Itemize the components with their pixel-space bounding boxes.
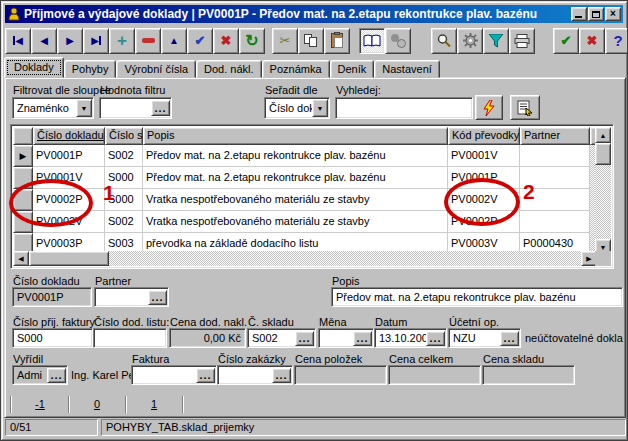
report-button[interactable] <box>510 95 540 120</box>
sign-pager: -1 0 1 <box>10 396 183 413</box>
vyridil-lookup-button[interactable]: ... <box>47 368 66 383</box>
chevron-down-icon: ▼ <box>317 105 324 112</box>
cislo-dokladu-field[interactable]: PV0001P <box>12 287 92 307</box>
cislo-zakazky-lookup-button[interactable]: ... <box>272 368 291 383</box>
filter-value-ellipsis-button[interactable]: ... <box>151 100 170 116</box>
partner-lookup-button[interactable]: ... <box>148 290 167 305</box>
minimize-button[interactable] <box>571 7 587 21</box>
post-record-button[interactable]: ✔ <box>187 28 213 54</box>
grid-vertical-scrollbar[interactable]: ▲ ▼ <box>595 127 611 255</box>
ucetni-op-field[interactable]: NZU ... <box>448 328 521 348</box>
vyridil-label: Vyřídil <box>13 353 43 365</box>
refresh-button[interactable]: ↻ <box>239 28 265 54</box>
tab-poznamka[interactable]: Poznámka <box>262 60 330 78</box>
datum-field[interactable]: 13.10.200 ... <box>374 328 447 348</box>
mena-lookup-button[interactable]: ... <box>353 331 372 346</box>
confirm-button[interactable]: ✔ <box>553 28 579 54</box>
column-header-popis[interactable]: Popis <box>143 127 448 145</box>
tab-doklady[interactable]: Doklady <box>4 57 64 78</box>
book-view-button[interactable] <box>359 28 385 54</box>
ellipsis-icon: ... <box>154 103 166 114</box>
related-records-icon <box>391 34 406 48</box>
print-button[interactable] <box>509 28 535 54</box>
c-skladu-field[interactable]: S002 ... <box>247 328 316 348</box>
prior-record-button[interactable]: ◀ <box>31 28 57 54</box>
tab-vyrobni-cisla[interactable]: Výrobní čísla <box>116 60 196 78</box>
cena-polozek-field <box>294 365 387 385</box>
chevron-down-icon: ▼ <box>81 105 88 112</box>
cislo-dod-listu-field[interactable] <box>93 328 167 348</box>
help-button[interactable]: ? <box>605 28 628 54</box>
paste-button[interactable] <box>324 28 350 54</box>
column-header-cislo-dokladu[interactable]: Číslo dokladu <box>33 127 105 145</box>
lightning-icon <box>483 100 495 116</box>
maximize-button[interactable] <box>588 7 604 21</box>
scroll-left-button[interactable]: ◀ <box>13 251 29 266</box>
related-view-button[interactable] <box>385 28 411 54</box>
insert-record-button[interactable]: + <box>109 28 135 54</box>
column-header-cislo-skladu[interactable]: Číslo skladu <box>105 127 143 145</box>
row-selector[interactable]: ▶ <box>13 145 33 167</box>
c-skladu-lookup-button[interactable]: ... <box>295 331 314 346</box>
faktura-field[interactable]: ... <box>131 365 217 385</box>
horizontal-scroll-thumb[interactable] <box>29 251 109 266</box>
cena-polozek-label: Cena položek <box>295 353 362 365</box>
search-input[interactable] <box>335 97 473 119</box>
next-record-button[interactable]: ▶ <box>57 28 83 54</box>
annotation-number-2: 2 <box>523 180 535 204</box>
cancel-record-button[interactable]: ✖ <box>213 28 239 54</box>
sort-combobox[interactable]: Číslo dokla ▼ <box>264 97 330 119</box>
maximize-icon <box>592 11 600 18</box>
datum-label: Datum <box>375 316 407 328</box>
table-name-status: POHYBY_TAB.sklad_prijemky <box>101 419 626 436</box>
vertical-scroll-thumb[interactable] <box>595 143 611 165</box>
plus-icon: + <box>117 32 127 49</box>
filter-column-combobox[interactable]: Znaménko ▼ <box>12 97 94 119</box>
table-row[interactable]: PV0002V S002 Vratka nespotřebovaného mat… <box>13 211 611 233</box>
vyridil-field[interactable]: Admi ... <box>12 365 68 385</box>
tab-denik[interactable]: Deník <box>330 60 375 78</box>
cislo-zakazky-field[interactable]: ... <box>217 365 293 385</box>
pager-button-minus1[interactable]: -1 <box>12 396 69 413</box>
tab-nastaveni[interactable]: Nastavení <box>374 60 440 78</box>
quick-search-button[interactable] <box>475 95 503 120</box>
filter-button[interactable] <box>483 28 509 54</box>
search-button[interactable] <box>431 28 457 54</box>
close-window-button[interactable]: × <box>605 7 621 21</box>
last-record-button[interactable]: ▶ <box>83 28 109 54</box>
ellipsis-icon: ... <box>50 370 62 381</box>
funnel-icon <box>489 34 503 48</box>
tab-strip: Doklady Pohyby Výrobní čísla Dod. nákl. … <box>4 57 624 78</box>
scroll-right-icon: ▶ <box>586 255 591 262</box>
column-header-kod-prevodky[interactable]: Kód převodky <box>448 127 520 145</box>
filter-column-dropdown-button[interactable]: ▼ <box>76 99 92 117</box>
tab-pohyby[interactable]: Pohyby <box>64 60 117 78</box>
cut-button[interactable]: ✂ <box>272 28 298 54</box>
filter-value-input[interactable]: ... <box>99 97 172 119</box>
title-bar: Příjmové a výdajové doklady | PV0001P - … <box>5 5 623 23</box>
mena-field[interactable]: ... <box>318 328 374 348</box>
search-label: Vyhledej: <box>336 84 381 96</box>
partner-field[interactable]: ... <box>94 287 169 307</box>
cislo-prij-faktury-field[interactable]: S000 <box>12 328 93 348</box>
pager-button-1[interactable]: 1 <box>126 396 183 413</box>
delete-record-button[interactable] <box>135 28 161 54</box>
tab-dod-nakl[interactable]: Dod. nákl. <box>196 60 262 78</box>
popis-field[interactable]: Předov mat. na 2.etapu rekontrukce plav.… <box>331 287 623 307</box>
datum-lookup-button[interactable]: ... <box>426 331 445 346</box>
faktura-lookup-button[interactable]: ... <box>196 368 215 383</box>
scroll-up-button[interactable]: ▲ <box>595 127 611 143</box>
settings-button[interactable] <box>457 28 483 54</box>
pager-button-0[interactable]: 0 <box>69 396 126 413</box>
ucetni-op-lookup-button[interactable]: ... <box>500 331 519 346</box>
close-form-button[interactable]: ✖ <box>579 28 605 54</box>
sort-dropdown-button[interactable]: ▼ <box>312 99 328 117</box>
post-check-icon: ✔ <box>195 34 206 47</box>
column-header-partner[interactable]: Partner <box>520 127 590 145</box>
scroll-left-icon: ◀ <box>18 255 23 262</box>
grid-horizontal-scrollbar[interactable]: ◀ ▶ <box>13 251 597 266</box>
edit-record-button[interactable]: ▲ <box>161 28 187 54</box>
table-row[interactable]: ▶ PV0001P S002 Předov mat. na 2.etapu re… <box>13 145 611 167</box>
copy-button[interactable] <box>298 28 324 54</box>
first-record-button[interactable]: ◀ <box>5 28 31 54</box>
